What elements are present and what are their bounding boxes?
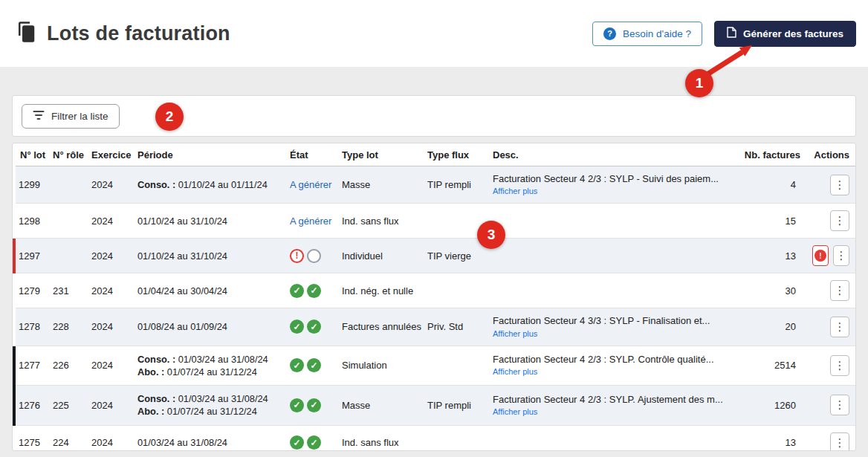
nb-factures-cell: 13 [736,239,806,273]
table-row: 12992024Conso. : 01/10/24 au 01/11/24A g… [14,166,856,204]
desc-cell: Facturation Secteur 4 3/3 : SYLP - Final… [487,308,736,346]
row-actions: ⋮ [812,395,852,415]
role-cell: 231 [47,273,85,308]
etat-cell: ✓✓ [284,346,336,386]
type-lot-cell: Factures annulées [336,308,421,346]
type-lot-cell: Masse [336,166,421,204]
success-check-icon: ✓ [307,435,321,450]
row-actions-menu-button[interactable]: ⋮ [833,245,849,266]
role-cell [47,239,85,273]
column-header: Nb. factures [736,143,806,166]
annotation-step-2: 2 [155,103,184,131]
table-body: 12992024Conso. : 01/10/24 au 01/11/24A g… [14,166,856,452]
exercice-cell: 2024 [85,308,132,346]
column-header: Période [132,143,284,166]
annotation-step-1: 1 [685,69,713,97]
row-actions-menu-button[interactable]: ⋮ [830,395,849,415]
lot-cell: 1279 [14,273,47,308]
desc-cell [487,425,736,451]
desc-cell [487,273,736,308]
filter-icon [33,110,45,123]
periode-cell: 01/04/24 au 30/04/24 [132,273,284,308]
description-text: Facturation Secteur 4 2/3 : SYLP. Ajuste… [493,394,730,406]
row-actions-menu-button[interactable]: ⋮ [830,210,849,231]
periode-label: Abo. : [137,406,167,417]
column-header: Type flux [421,143,487,166]
actions-cell: ⋮ [806,346,856,386]
success-check-icon: ✓ [290,358,304,372]
table-header-row: N° lotN° rôleExercicePériodeÉtatType lot… [14,143,856,166]
row-actions-menu-button[interactable]: ⋮ [830,432,849,451]
periode-line: 01/04/24 au 30/04/24 [137,285,278,297]
periode-label: Conso. : [137,179,178,190]
etat-icons: ✓✓ [290,435,330,450]
row-actions: ⋮ [812,317,852,337]
role-cell: 226 [47,346,85,386]
exercice-cell: 2024 [85,166,132,204]
periode-cell: Conso. : 01/03/24 au 31/08/24Abo. : 01/0… [132,346,284,386]
filter-list-button[interactable]: Filtrer la liste [22,104,120,129]
periode-line: Abo. : 01/07/24 au 31/12/24 [137,405,278,418]
show-more-link[interactable]: Afficher plus [493,329,537,338]
periode-label: Conso. : [137,354,178,365]
periode-line: 01/08/24 au 01/09/24 [137,320,278,333]
actions-cell: ⋮ [806,166,856,204]
table-row: 12762252024Conso. : 01/03/24 au 31/08/24… [14,386,856,426]
description-text: Facturation Secteur 4 2/3 : SYLP. Contrô… [493,354,730,366]
table-row: 1278228202401/08/24 au 01/09/24✓✓Facture… [14,308,856,346]
type-lot-cell: Ind. sans flux [336,204,421,239]
role-cell [47,166,85,204]
generate-invoices-button[interactable]: Générer des factures [714,21,856,47]
success-check-icon: ✓ [307,358,321,372]
row-actions-menu-button[interactable]: ⋮ [830,175,849,195]
role-cell: 224 [47,425,85,451]
lot-cell: 1275 [14,425,47,451]
actions-cell: ⋮ [806,273,856,308]
type-flux-cell [421,425,487,451]
periode-cell: 01/10/24 au 31/10/24 [132,239,284,273]
lot-cell: 1277 [14,346,47,386]
help-button[interactable]: ? Besoin d'aide ? [592,22,702,46]
row-actions-menu-button[interactable]: ⋮ [830,280,849,301]
exercice-cell: 2024 [85,425,132,451]
description-text: Facturation Secteur 4 2/3 : SYLP - Suivi… [493,173,730,185]
periode-line: Conso. : 01/03/24 au 31/08/24 [137,392,278,405]
type-flux-cell: Priv. Std [421,308,487,346]
etat-cell: ✓✓ [284,273,336,308]
etat-icons: ✓✓ [290,284,330,298]
table-row: 1279231202401/04/24 au 30/04/24✓✓Ind. né… [14,273,856,308]
periode-line: 01/03/24 au 31/08/24 [137,436,278,449]
type-lot-cell: Masse [336,386,421,426]
periode-label: Conso. : [137,393,178,404]
success-check-icon: ✓ [290,398,304,412]
row-actions: ⋮ [812,355,852,376]
periode-cell: 01/08/24 au 01/09/24 [132,308,284,346]
etat-icons: ✓✓ [290,398,330,412]
row-actions-menu-button[interactable]: ⋮ [830,317,849,337]
row-actions: ⋮ [812,175,852,195]
role-cell: 228 [47,308,85,346]
type-flux-cell: TIP rempli [421,166,487,204]
help-icon: ? [603,27,616,40]
role-cell: 225 [47,386,85,426]
filter-bar: Filtrer la liste [12,95,856,137]
lot-cell: 1298 [14,204,47,239]
error-icon: ! [814,250,826,262]
etat-icons: ✓✓ [290,320,330,334]
lots-table-card: N° lotN° rôleExercicePériodeÉtatType lot… [12,143,856,451]
row-actions-menu-button[interactable]: ⋮ [830,355,849,376]
success-check-icon: ✓ [307,398,321,412]
show-more-link[interactable]: Afficher plus [493,187,537,195]
invoice-icon [727,27,736,40]
periode-cell: Conso. : 01/10/24 au 01/11/24 [132,166,284,204]
actions-cell: ⋮ [806,204,856,239]
column-header: Desc. [487,143,736,166]
row-error-button[interactable]: ! [812,245,829,266]
column-header: Actions [806,143,856,166]
show-more-link[interactable]: Afficher plus [493,367,537,376]
nb-factures-cell: 15 [736,204,806,239]
show-more-link[interactable]: Afficher plus [493,407,537,416]
desc-cell [487,204,736,239]
lot-cell: 1297 [14,239,47,273]
etat-icons: A générer [290,179,330,190]
